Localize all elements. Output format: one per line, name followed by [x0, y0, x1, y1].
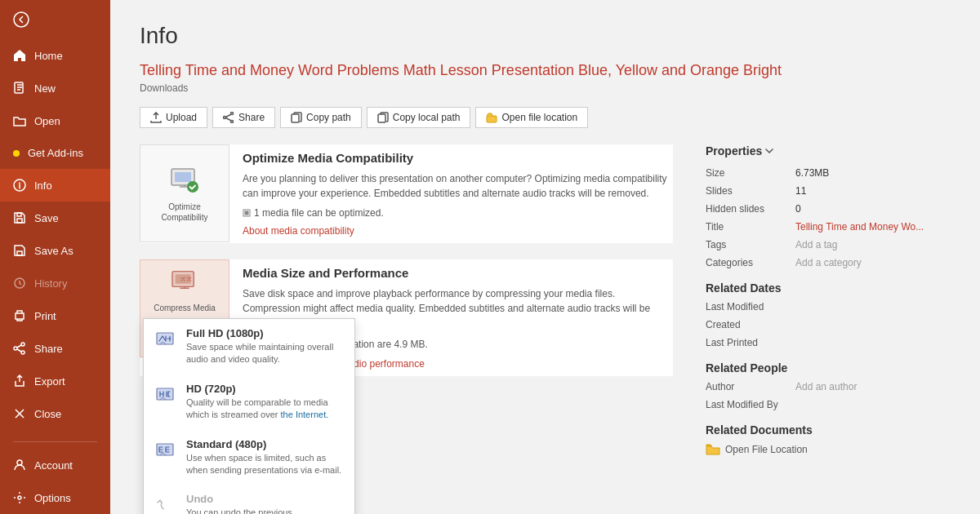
- standard-option[interactable]: Standard (480p) Use when space is limite…: [144, 430, 354, 485]
- size-value: 6.73MB: [795, 167, 829, 179]
- prop-categories: Categories Add a category: [706, 257, 951, 268]
- svg-point-12: [18, 496, 21, 499]
- upload-button[interactable]: Upload: [140, 107, 207, 128]
- about-media-compat-link[interactable]: About media compatibility: [243, 225, 673, 237]
- svg-point-14: [231, 121, 234, 123]
- open-icon: [13, 114, 26, 127]
- sidebar-item-options[interactable]: Options: [0, 481, 110, 514]
- compress-svg: [168, 267, 201, 298]
- svg-rect-3: [17, 219, 22, 223]
- account-icon: [13, 459, 26, 472]
- sidebar-item-options-label: Options: [34, 492, 71, 504]
- open-file-location-docs-label: Open File Location: [725, 444, 808, 455]
- svg-rect-4: [17, 213, 21, 216]
- copy-local-path-icon: [377, 112, 389, 123]
- copy-local-path-button[interactable]: Copy local path: [367, 107, 471, 128]
- sidebar-item-save-as[interactable]: Save As: [0, 234, 110, 267]
- sidebar-item-account[interactable]: Account: [0, 449, 110, 481]
- file-title: Telling Time and Money Word Problems Mat…: [140, 62, 951, 79]
- sidebar-item-info[interactable]: Info: [0, 169, 110, 202]
- sidebar-item-info-label: Info: [34, 179, 52, 192]
- properties-chevron-icon: [765, 148, 773, 154]
- last-modified-by-label: Last Modified By: [706, 399, 795, 410]
- share-label: Share: [238, 112, 265, 123]
- slides-value: 11: [795, 185, 806, 197]
- new-icon: [13, 82, 26, 95]
- open-file-location-icon: [486, 112, 497, 123]
- sidebar-item-save[interactable]: Save: [0, 202, 110, 234]
- open-file-location-label: Open file location: [501, 112, 577, 123]
- compress-icon-label: Compress Media: [154, 303, 216, 313]
- optimize-title: Optimize Media Compatibility: [243, 151, 673, 165]
- sidebar-item-export[interactable]: Export: [0, 365, 110, 397]
- standard-icon: [155, 440, 178, 463]
- optimize-note-text: 1 media file can be optimized.: [254, 207, 384, 219]
- tags-value[interactable]: Add a tag: [795, 239, 837, 250]
- prop-tags: Tags Add a tag: [706, 239, 951, 250]
- properties-title: Properties: [706, 144, 762, 157]
- sidebar-item-history-label: History: [34, 277, 67, 290]
- back-button[interactable]: [0, 0, 110, 39]
- sidebar-item-get-add-ins[interactable]: Get Add-ins: [0, 137, 110, 169]
- sidebar-item-new-label: New: [34, 82, 56, 95]
- categories-value[interactable]: Add a category: [795, 257, 862, 268]
- sidebar-item-new[interactable]: New: [0, 72, 110, 104]
- hd-option[interactable]: HD (720p) Quality will be comparable to …: [144, 374, 354, 430]
- sidebar-item-history[interactable]: History: [0, 267, 110, 299]
- open-file-location-button[interactable]: Open file location: [475, 107, 588, 128]
- sidebar-item-close-label: Close: [34, 408, 61, 420]
- sidebar-item-account-label: Account: [34, 459, 73, 472]
- copy-path-label: Copy path: [306, 112, 351, 123]
- full-hd-text: Full HD (1080p) Save space while maintai…: [186, 327, 343, 366]
- svg-point-10: [14, 347, 17, 350]
- size-label: Size: [706, 167, 795, 179]
- last-modified-label: Last Modified: [706, 301, 795, 312]
- left-column: Optimize Compatibility Optimize Media Co…: [140, 144, 673, 456]
- undo-icon: [155, 494, 178, 514]
- prop-author: Author Add an author: [706, 381, 951, 392]
- hidden-slides-label: Hidden slides: [706, 203, 795, 215]
- sidebar-item-print[interactable]: Print: [0, 299, 110, 332]
- copy-path-button[interactable]: Copy path: [280, 107, 362, 128]
- copy-path-icon: [291, 112, 302, 123]
- sidebar-item-open[interactable]: Open: [0, 104, 110, 137]
- internet-link[interactable]: the Internet.: [281, 410, 329, 419]
- hd-text: HD (720p) Quality will be comparable to …: [186, 383, 343, 422]
- undo-title: Undo: [186, 493, 292, 505]
- author-value[interactable]: Add an author: [795, 381, 857, 392]
- save-icon: [13, 211, 26, 224]
- prop-title: Title Telling Time and Money Wo...: [706, 221, 951, 233]
- full-hd-option[interactable]: Full HD (1080p) Save space while maintai…: [144, 319, 354, 374]
- sidebar-item-close[interactable]: Close: [0, 397, 110, 430]
- info-icon: [13, 179, 26, 192]
- print-icon: [13, 309, 26, 322]
- sidebar-item-home[interactable]: Home: [0, 39, 110, 72]
- share-button[interactable]: Share: [212, 107, 275, 128]
- categories-label: Categories: [706, 257, 795, 268]
- right-column: Properties Size 6.73MB Slides 11 Hidden …: [706, 144, 951, 456]
- sidebar-item-share[interactable]: Share: [0, 332, 110, 365]
- optimize-note: 1 media file can be optimized.: [243, 207, 673, 219]
- standard-desc: Use when space is limited, such as when …: [186, 452, 343, 477]
- hd-icon: [155, 384, 178, 407]
- sidebar-divider: [13, 441, 97, 442]
- undo-item: Undo You can undo the previous: [144, 485, 354, 514]
- prop-hidden-slides: Hidden slides 0: [706, 203, 951, 215]
- sidebar: Home New Open Get Add-ins Info Save: [0, 0, 110, 514]
- export-icon: [13, 374, 26, 388]
- svg-point-0: [14, 12, 29, 27]
- checkbox-icon: [243, 209, 251, 217]
- prop-last-modified-by: Last Modified By: [706, 399, 951, 410]
- svg-rect-18: [487, 116, 497, 122]
- copy-local-path-label: Copy local path: [393, 112, 461, 123]
- open-file-location-link[interactable]: Open File Location: [706, 443, 951, 456]
- full-hd-icon: [155, 329, 178, 352]
- optimize-icon: Optimize Compatibility: [140, 144, 229, 242]
- hd-desc: Quality will be comparable to media whic…: [186, 397, 343, 422]
- title-value[interactable]: Telling Time and Money Wo...: [795, 221, 924, 233]
- file-location: Downloads: [140, 82, 951, 94]
- sidebar-item-save-label: Save: [34, 212, 59, 224]
- sidebar-item-add-ins-label: Get Add-ins: [28, 147, 83, 159]
- history-icon: [13, 277, 26, 290]
- svg-rect-16: [292, 114, 299, 122]
